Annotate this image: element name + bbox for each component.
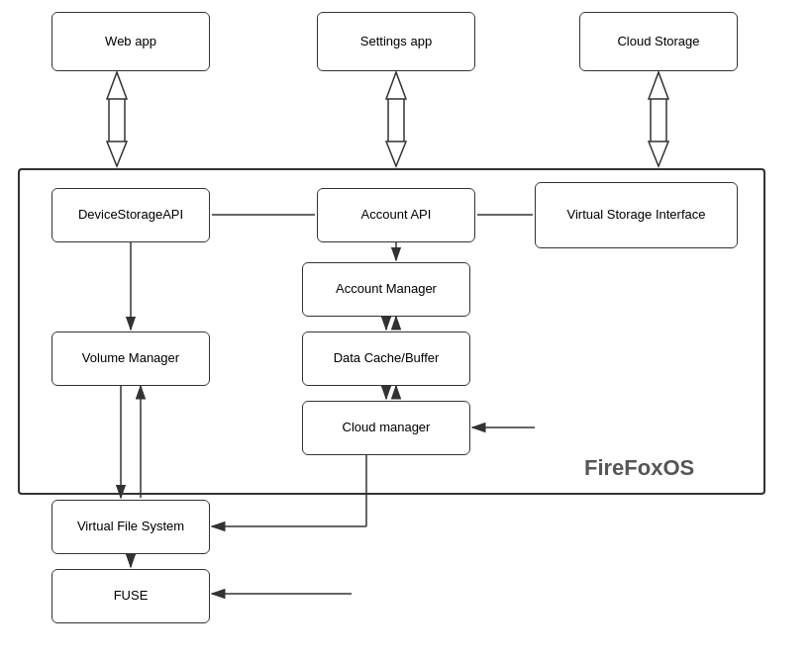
account-api-box: Account API — [317, 188, 475, 242]
volume-manager-box: Volume Manager — [51, 331, 210, 386]
svg-marker-7 — [386, 142, 406, 166]
cloudstorage-vsi-arrow — [649, 72, 668, 166]
fuse-label: FUSE — [114, 588, 149, 605]
device-storage-api-box: DeviceStorageAPI — [51, 188, 210, 242]
firefoxos-label: FireFoxOS — [584, 455, 694, 481]
cloud-storage-box: Cloud Storage — [579, 12, 738, 71]
data-cache-buffer-box: Data Cache/Buffer — [302, 331, 470, 386]
account-manager-box: Account Manager — [302, 262, 470, 317]
virtual-file-system-label: Virtual File System — [77, 519, 184, 535]
virtual-storage-interface-label: Virtual Storage Interface — [567, 207, 706, 224]
cloud-manager-box: Cloud manager — [302, 401, 470, 455]
svg-marker-6 — [386, 72, 406, 99]
svg-marker-2 — [107, 72, 127, 99]
settings-accountapi-arrow — [386, 72, 406, 166]
web-app-label: Web app — [105, 34, 156, 50]
diagram-wrapper: Web app Settings app Cloud Storage Devic… — [0, 0, 812, 662]
data-cache-buffer-label: Data Cache/Buffer — [334, 350, 440, 367]
web-app-box: Web app — [51, 12, 210, 71]
account-manager-label: Account Manager — [336, 281, 437, 298]
svg-marker-3 — [107, 142, 127, 166]
webapp-devapi-arrow — [107, 72, 127, 166]
fuse-box: FUSE — [51, 569, 210, 623]
virtual-file-system-box: Virtual File System — [51, 500, 210, 554]
settings-app-label: Settings app — [360, 34, 432, 50]
svg-marker-11 — [649, 142, 668, 166]
account-api-label: Account API — [361, 207, 432, 224]
svg-marker-10 — [649, 72, 668, 99]
virtual-storage-interface-box: Virtual Storage Interface — [535, 182, 738, 248]
cloud-manager-label: Cloud manager — [343, 420, 431, 436]
settings-app-box: Settings app — [317, 12, 475, 71]
cloud-storage-label: Cloud Storage — [617, 34, 699, 50]
volume-manager-label: Volume Manager — [82, 350, 179, 367]
device-storage-api-label: DeviceStorageAPI — [78, 207, 183, 224]
